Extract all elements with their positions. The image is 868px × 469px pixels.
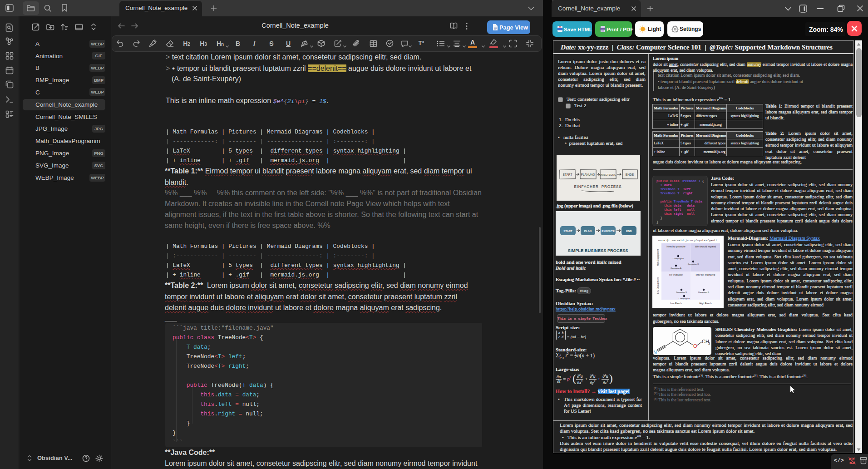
- svg-text:Low Engagement: Low Engagement: [657, 277, 659, 293]
- svg-text:Campaign F: Campaign F: [673, 257, 684, 260]
- svg-text:more @: mermaid.js.org/syntax/: more @: mermaid.js.org/syntax/gantt: [658, 239, 717, 242]
- svg-text:Campaign D: Campaign D: [698, 291, 709, 293]
- svg-text:3: 3: [708, 342, 710, 345]
- svg-text:May be improved: May be improved: [696, 273, 715, 276]
- svg-text:PLAN: PLAN: [584, 230, 592, 232]
- svg-text:PLANUNG: PLANUNG: [581, 173, 595, 176]
- svg-text:High Engagement: High Engagement: [657, 249, 659, 266]
- svg-text:Need to promote: Need to promote: [666, 245, 686, 248]
- svg-text:Campaign C: Campaign C: [688, 263, 699, 265]
- svg-text:EINFACHER PROZESS: EINFACHER PROZESS: [574, 185, 622, 189]
- svg-text:Campaign E: Campaign E: [676, 291, 687, 293]
- svg-text:We should expand: We should expand: [695, 245, 716, 248]
- svg-text:N: N: [653, 350, 657, 355]
- svg-text:Campaign A: Campaign A: [671, 267, 681, 269]
- svg-text:Low Reach: Low Reach: [670, 302, 682, 305]
- svg-text:SIMPLE BUSINESS PROCESS: SIMPLE BUSINESS PROCESS: [568, 248, 628, 253]
- svg-text:High Reach: High Reach: [699, 302, 711, 305]
- svg-text:O: O: [693, 343, 697, 349]
- svg-text:Campaign B: Campaign B: [679, 297, 690, 300]
- svg-text:START: START: [563, 230, 572, 232]
- svg-text:EXECUTE: EXECUTE: [602, 230, 614, 232]
- svg-text:START: START: [562, 173, 572, 176]
- svg-text:ENDE: ENDE: [626, 173, 634, 176]
- svg-text:UMSETZUNG: UMSETZUNG: [599, 173, 616, 176]
- svg-text:END: END: [626, 230, 632, 232]
- svg-text:Re-evaluate: Re-evaluate: [669, 273, 683, 276]
